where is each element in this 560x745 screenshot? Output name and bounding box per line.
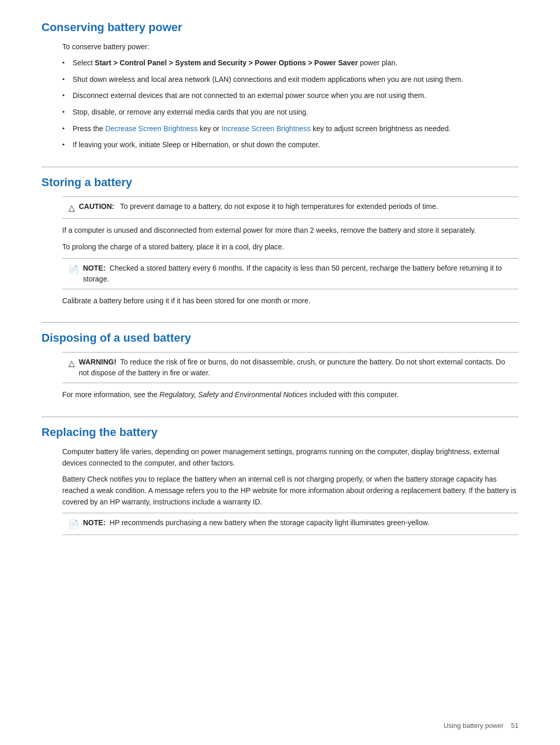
storing-para-after: Calibrate a battery before using it if i… bbox=[62, 296, 519, 307]
caution-triangle-icon: △ bbox=[68, 202, 75, 214]
section-replacing-battery: Replacing the battery Computer battery l… bbox=[41, 416, 519, 535]
caution-label: CAUTION: bbox=[79, 202, 114, 210]
warning-body: To reduce the risk of fire or burns, do … bbox=[79, 358, 505, 377]
section-title-disposing: Disposing of a used battery bbox=[41, 322, 519, 345]
intro-text-conserving: To conserve battery power: bbox=[62, 41, 519, 52]
warning-triangle-icon: △ bbox=[68, 357, 75, 370]
italic-text: Regulatory, Safety and Environmental Not… bbox=[160, 390, 307, 399]
list-item: Select Start > Control Panel > System an… bbox=[73, 58, 519, 69]
list-item: If leaving your work, initiate Sleep or … bbox=[73, 139, 519, 151]
bold-text: Start > Control Panel > System and Secur… bbox=[95, 59, 358, 67]
note-text-replacing: NOTE: HP recommends purchasing a new bat… bbox=[83, 517, 429, 528]
replacing-para-1: Computer battery life varies, depending … bbox=[62, 446, 519, 469]
note-label: NOTE: bbox=[83, 264, 106, 272]
disposing-para-1: For more information, see the Regulatory… bbox=[62, 389, 519, 401]
warning-label: WARNING! bbox=[79, 358, 116, 366]
footer-page-number: 51 bbox=[511, 722, 519, 729]
caution-text: CAUTION: To prevent damage to a battery,… bbox=[79, 201, 438, 212]
increase-brightness-link[interactable]: Increase Screen Brightness bbox=[221, 124, 311, 133]
footer-text: Using battery power bbox=[443, 722, 503, 729]
page-footer: Using battery power 51 bbox=[443, 722, 519, 729]
section-disposing-battery: Disposing of a used battery △ WARNING! T… bbox=[41, 322, 519, 401]
section-conserving-battery-power: Conserving battery power To conserve bat… bbox=[41, 21, 519, 151]
note-box-replacing: 📄 NOTE: HP recommends purchasing a new b… bbox=[62, 513, 519, 535]
storing-para-1: If a computer is unused and disconnected… bbox=[62, 225, 519, 236]
caution-body: To prevent damage to a battery, do not e… bbox=[120, 202, 438, 210]
note-label-replacing: NOTE: bbox=[83, 518, 106, 527]
list-item: Press the Decrease Screen Brightness key… bbox=[73, 123, 519, 135]
list-item: Disconnect external devices that are not… bbox=[73, 90, 519, 102]
page-content: Conserving battery power To conserve bat… bbox=[0, 0, 560, 592]
section-title-storing: Storing a battery bbox=[41, 166, 519, 189]
section-title-conserving: Conserving battery power bbox=[41, 21, 519, 34]
replacing-para-2: Battery Check notifies you to replace th… bbox=[62, 474, 519, 508]
warning-text: WARNING! To reduce the risk of fire or b… bbox=[79, 357, 512, 378]
list-item: Stop, disable, or remove any external me… bbox=[73, 107, 519, 118]
note-body-replacing: HP recommends purchasing a new battery w… bbox=[109, 518, 429, 527]
section-storing-battery: Storing a battery △ CAUTION: To prevent … bbox=[41, 166, 519, 306]
note-icon-replacing: 📄 bbox=[68, 518, 79, 530]
note-body: Checked a stored battery every 6 months.… bbox=[83, 264, 502, 283]
note-icon: 📄 bbox=[68, 263, 79, 276]
note-box-storing: 📄 NOTE: Checked a stored battery every 6… bbox=[62, 258, 519, 289]
caution-box-storing: △ CAUTION: To prevent damage to a batter… bbox=[62, 196, 519, 219]
storing-para-2: To prolong the charge of a stored batter… bbox=[62, 242, 519, 253]
decrease-brightness-link[interactable]: Decrease Screen Brightness bbox=[105, 124, 198, 133]
bullet-list-conserving: Select Start > Control Panel > System an… bbox=[73, 58, 519, 151]
list-item: Shut down wireless and local area networ… bbox=[73, 74, 519, 86]
section-title-replacing: Replacing the battery bbox=[41, 416, 519, 439]
warning-box-disposing: △ WARNING! To reduce the risk of fire or… bbox=[62, 352, 519, 383]
note-text: NOTE: Checked a stored battery every 6 m… bbox=[83, 263, 512, 285]
